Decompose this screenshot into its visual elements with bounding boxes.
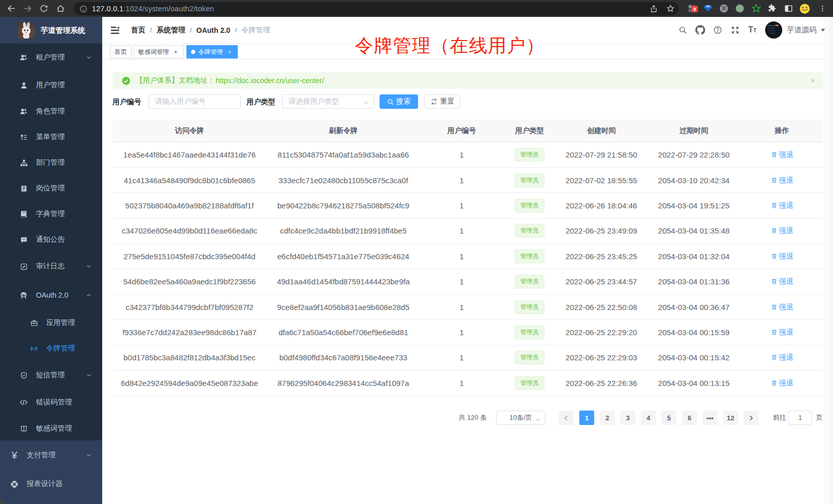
svg-text:⌘: ⌘ [721,5,726,11]
